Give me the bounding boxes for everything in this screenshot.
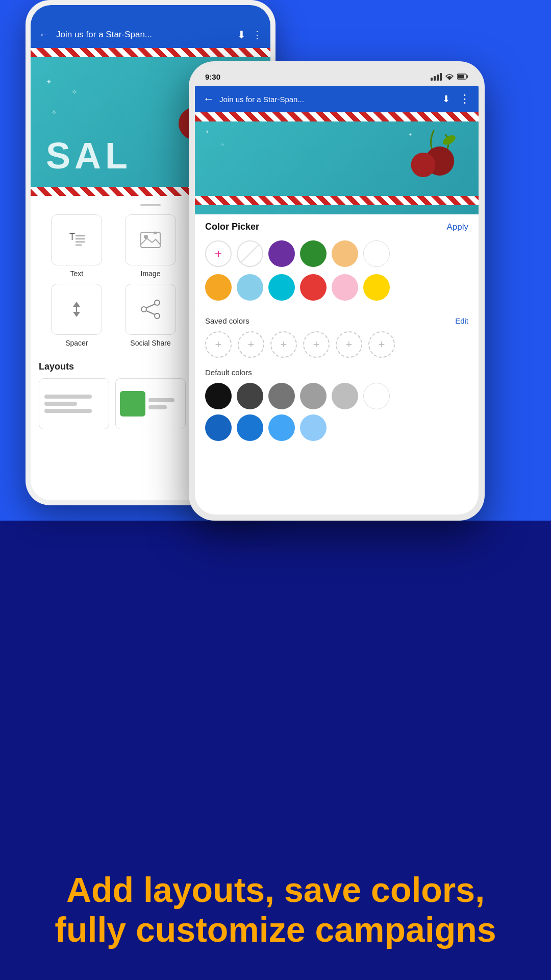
social-share-label: Social Share — [130, 339, 170, 347]
back-arrow-icon[interactable]: ← — [39, 28, 50, 41]
swatch-white[interactable] — [363, 240, 390, 267]
default-swatch-lighter-gray[interactable] — [332, 383, 358, 409]
svg-marker-13 — [73, 302, 80, 307]
spacer-label: Spacer — [65, 339, 88, 347]
saved-slot-1[interactable]: + — [205, 331, 232, 358]
apply-button[interactable]: Apply — [446, 222, 468, 232]
front-phone-image: ✦ ✧ ✦ — [195, 112, 479, 214]
default-swatch-blue-3[interactable] — [268, 414, 295, 441]
signal-icon — [431, 73, 442, 81]
layout-image-box — [120, 391, 145, 416]
spacer-icon-box — [51, 284, 102, 335]
svg-point-16 — [155, 300, 160, 305]
phone-front-inner: 9:30 — [195, 67, 479, 514]
svg-line-19 — [146, 304, 155, 308]
front-time: 9:30 — [205, 72, 220, 81]
edit-button[interactable]: Edit — [455, 316, 468, 325]
layout-line-3 — [44, 409, 92, 413]
layout-2[interactable] — [115, 378, 186, 429]
sale-text: SAL — [46, 135, 132, 177]
default-swatch-dark-gray[interactable] — [237, 383, 263, 409]
back-phone-toolbar: ← Join us for a Star-Span... ⬇ ⋮ — [31, 21, 270, 48]
saved-slot-2[interactable]: + — [238, 331, 264, 358]
default-colors-section: Default colors — [195, 362, 479, 445]
default-swatches-row — [205, 383, 468, 409]
wifi-icon — [445, 73, 454, 81]
panel-item-image[interactable]: Image — [117, 214, 185, 278]
swatch-none[interactable] — [237, 240, 263, 267]
default-swatch-light-gray[interactable] — [300, 383, 327, 409]
image-icon — [138, 227, 163, 253]
front-back-icon[interactable]: ← — [203, 92, 214, 106]
text-icon: T — [65, 229, 88, 251]
swatch-pink[interactable] — [332, 274, 358, 301]
panel-handle[interactable] — [140, 204, 161, 206]
panel-item-social-share[interactable]: Social Share — [117, 284, 185, 347]
saved-colors-title: Saved colors — [205, 316, 249, 325]
swatch-green[interactable] — [300, 240, 327, 267]
image-label: Image — [141, 270, 161, 278]
swatch-purple[interactable] — [268, 240, 295, 267]
svg-rect-23 — [467, 76, 468, 78]
swatches-row-2 — [195, 272, 479, 306]
bottom-text-section: Add layouts, save colors, fully customiz… — [0, 870, 551, 949]
text-label: Text — [70, 270, 83, 278]
panel-item-text[interactable]: T Text — [43, 214, 111, 278]
svg-text:T: T — [69, 232, 75, 242]
svg-rect-8 — [141, 232, 160, 248]
back-toolbar-title: Join us for a Star-Span... — [56, 30, 231, 40]
default-swatch-blue-4[interactable] — [300, 414, 327, 441]
svg-marker-14 — [73, 312, 80, 317]
layout-1[interactable] — [39, 378, 109, 429]
saved-slot-4[interactable]: + — [303, 331, 330, 358]
striped-border-top — [31, 48, 270, 57]
image-icon-box — [125, 214, 176, 265]
front-star-2: ✧ — [220, 142, 224, 148]
saved-slot-5[interactable]: + — [336, 331, 362, 358]
default-swatch-blue-1[interactable] — [205, 414, 232, 441]
back-phone-statusbar — [31, 5, 270, 21]
swatch-add[interactable]: + — [205, 240, 232, 267]
front-striped-top — [195, 112, 479, 121]
back-download-icon[interactable]: ⬇ — [237, 29, 246, 41]
color-picker-separator — [195, 308, 479, 308]
battery-icon — [457, 74, 468, 80]
social-share-icon-box — [125, 284, 176, 335]
layout-line-1 — [44, 395, 92, 399]
swatch-light-blue[interactable] — [237, 274, 263, 301]
default-colors-title: Default colors — [205, 368, 468, 377]
saved-slot-6[interactable]: + — [368, 331, 395, 358]
front-status-icons — [431, 73, 468, 81]
swatch-cyan[interactable] — [268, 274, 295, 301]
layout-line-2 — [44, 402, 77, 406]
bottom-headline: Add layouts, save colors, fully customiz… — [31, 870, 520, 949]
text-icon-box: T — [51, 214, 102, 265]
saved-header: Saved colors Edit — [205, 316, 468, 325]
swatch-orange[interactable] — [205, 274, 232, 301]
default-swatch-medium-gray[interactable] — [268, 383, 295, 409]
color-picker-header: Color Picker Apply — [195, 214, 479, 238]
star-4: ✧ — [51, 108, 57, 116]
default-blue-row — [205, 414, 468, 441]
default-swatch-white[interactable] — [363, 383, 390, 409]
default-swatch-blue-2[interactable] — [237, 414, 263, 441]
svg-rect-24 — [458, 75, 464, 79]
svg-point-17 — [141, 307, 146, 312]
saved-slots-grid: + + + + + + — [205, 331, 468, 358]
swatch-red[interactable] — [300, 274, 327, 301]
panel-item-spacer[interactable]: Spacer — [43, 284, 111, 347]
default-swatch-black[interactable] — [205, 383, 232, 409]
star-1: ✦ — [46, 78, 52, 86]
svg-point-26 — [411, 153, 436, 177]
front-download-icon[interactable]: ⬇ — [442, 93, 450, 105]
saved-slot-3[interactable]: + — [270, 331, 297, 358]
phone-front: 9:30 — [189, 61, 485, 521]
front-statusbar: 9:30 — [195, 67, 479, 86]
layout-2-line-2 — [148, 405, 166, 409]
spacer-icon — [64, 297, 89, 322]
front-toolbar-title: Join us for a Star-Span... — [219, 95, 437, 104]
swatch-yellow[interactable] — [363, 274, 390, 301]
back-more-icon[interactable]: ⋮ — [252, 29, 262, 41]
swatch-peach[interactable] — [332, 240, 358, 267]
front-more-icon[interactable]: ⋮ — [459, 92, 470, 106]
